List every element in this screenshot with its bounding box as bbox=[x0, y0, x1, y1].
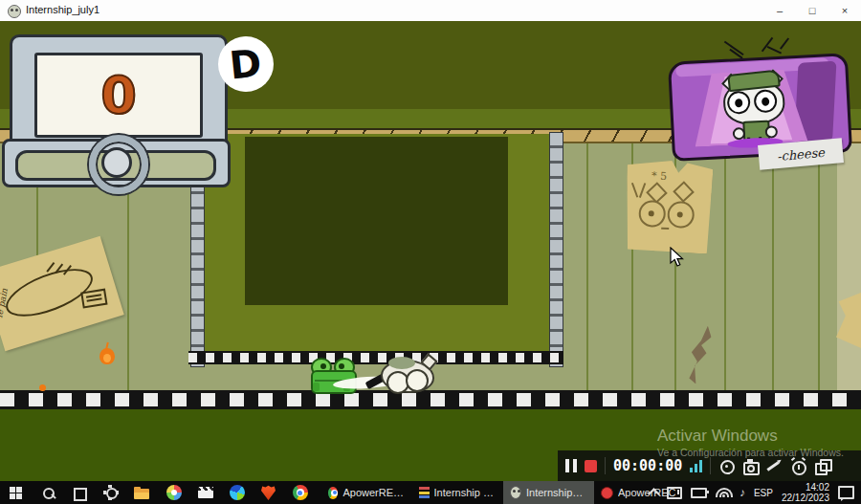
language-indicator[interactable]: ESP bbox=[754, 488, 773, 498]
tv-cat-pupil bbox=[735, 99, 742, 107]
archive-icon bbox=[419, 487, 430, 498]
poster-cat-pupil bbox=[677, 211, 683, 217]
tablet-device-icon[interactable] bbox=[667, 487, 682, 499]
minimize-button[interactable]: – bbox=[763, 0, 796, 21]
search-button[interactable] bbox=[32, 481, 63, 504]
recording-timer: 00:00:00 bbox=[613, 457, 682, 474]
letter-badge: D bbox=[218, 36, 274, 92]
paint-app-button[interactable] bbox=[158, 481, 189, 504]
cheese-note-text: -cheese bbox=[777, 144, 826, 163]
stamp-doodle bbox=[80, 289, 107, 309]
poster-cat-mouth bbox=[661, 228, 669, 230]
score-value: 0 bbox=[100, 65, 137, 125]
taskbar-clock[interactable]: 14:02 22/12/2023 bbox=[782, 482, 829, 503]
frog-arm bbox=[313, 383, 320, 391]
windows-taskbar: ApowerREC O... Internship De... Internsh… bbox=[0, 481, 861, 504]
toolbar-divider bbox=[605, 457, 606, 474]
clapperboard-icon bbox=[198, 487, 213, 498]
frog-pupil bbox=[320, 363, 326, 369]
flame-core bbox=[103, 354, 111, 362]
tv-cat-pupil bbox=[762, 98, 769, 106]
edge-browser-icon bbox=[230, 485, 245, 500]
flame bbox=[99, 348, 115, 364]
wall-seam bbox=[772, 143, 774, 390]
frog-pupil bbox=[339, 363, 344, 369]
stop-button[interactable] bbox=[585, 460, 597, 472]
window-title: Internship_july1 bbox=[26, 4, 99, 15]
file-explorer-button[interactable] bbox=[126, 481, 158, 504]
start-button[interactable] bbox=[0, 481, 32, 504]
wifi-icon[interactable] bbox=[716, 488, 731, 497]
maximize-button[interactable]: □ bbox=[796, 0, 828, 21]
brave-button[interactable] bbox=[253, 481, 284, 504]
clock-time: 14:02 bbox=[782, 482, 829, 493]
wall-seam bbox=[586, 143, 588, 390]
video-editor-button[interactable] bbox=[189, 481, 221, 504]
poster-paw-line bbox=[631, 183, 638, 198]
task-view-button[interactable] bbox=[63, 481, 95, 504]
hidden-icons-chevron-icon[interactable] bbox=[648, 488, 660, 500]
task-apowerrec-web[interactable]: ApowerREC O... bbox=[321, 481, 412, 504]
taskbar-pinned-icons bbox=[0, 481, 316, 504]
folder-icon bbox=[134, 487, 150, 499]
wall-seam bbox=[127, 184, 129, 390]
cat-haunch bbox=[406, 369, 429, 392]
battery-icon[interactable] bbox=[691, 488, 707, 498]
search-icon bbox=[40, 485, 55, 500]
task-internship-de[interactable]: Internship De... bbox=[412, 481, 503, 504]
right-rail bbox=[549, 132, 563, 367]
system-tray: ♪ ESP 14:02 22/12/2023 bbox=[650, 481, 861, 504]
schedule-clock-icon[interactable] bbox=[790, 458, 806, 474]
task-view-icon bbox=[72, 486, 87, 499]
screenshot-camera-icon[interactable] bbox=[742, 458, 759, 474]
brave-browser-icon bbox=[261, 485, 276, 500]
poster-cat-eye bbox=[667, 201, 695, 229]
pause-button[interactable] bbox=[565, 459, 577, 472]
audio-level-meter bbox=[690, 459, 702, 472]
paint-palette-icon bbox=[166, 485, 182, 500]
annotate-pencil-icon[interactable] bbox=[766, 458, 783, 474]
settings-button[interactable] bbox=[95, 481, 126, 504]
task-label: Internship_july1 bbox=[526, 487, 587, 498]
lower-conveyor-strip bbox=[0, 390, 861, 409]
close-button[interactable]: × bbox=[828, 0, 861, 21]
activation-watermark-title: Activar Windows bbox=[657, 427, 778, 446]
chrome-button[interactable] bbox=[284, 481, 316, 504]
overlay-windows-icon[interactable] bbox=[814, 458, 830, 474]
window-titlebar[interactable]: Internship_july1 – □ × bbox=[0, 0, 861, 22]
bread-slash bbox=[46, 262, 55, 273]
mouse-cursor bbox=[670, 247, 684, 268]
poster-paw-line bbox=[639, 183, 646, 198]
poster-cat-pupil bbox=[649, 210, 654, 216]
pit-dark-hole bbox=[245, 137, 508, 305]
game-viewport[interactable]: 0 D -cheese bbox=[0, 21, 861, 481]
windows-logo-icon bbox=[10, 487, 22, 499]
cat-back-patch bbox=[388, 357, 415, 369]
action-center-icon[interactable] bbox=[838, 486, 854, 499]
task-label: Internship De... bbox=[434, 487, 497, 498]
chrome-icon bbox=[293, 485, 308, 500]
record-region-icon[interactable] bbox=[718, 458, 735, 474]
recorder-dot-icon bbox=[601, 487, 613, 499]
white-cat-character bbox=[373, 356, 430, 394]
tray-knob bbox=[101, 147, 132, 178]
task-internship-july1-active[interactable]: Internship_july1 bbox=[503, 481, 594, 504]
scoreboard-screen: 0 bbox=[34, 53, 203, 138]
cat-poster: * 5 bbox=[624, 159, 713, 253]
clock-date: 22/12/2023 bbox=[782, 493, 829, 503]
audio-device-icon[interactable]: ♪ bbox=[740, 487, 745, 498]
taskbar-running-tasks: ApowerREC O... Internship De... Internsh… bbox=[321, 481, 683, 504]
wall-light-strip bbox=[837, 143, 861, 390]
gear-icon bbox=[103, 485, 119, 500]
wall-seam bbox=[724, 143, 726, 390]
spark-dot bbox=[39, 384, 46, 391]
task-label: ApowerREC O... bbox=[342, 487, 406, 498]
activation-watermark-subtitle: Ve a Configuración para activar Windows. bbox=[657, 447, 844, 458]
poster-cat-eye bbox=[638, 200, 666, 228]
badge-letter: D bbox=[228, 40, 264, 87]
toolbar-divider bbox=[710, 457, 711, 474]
poster-cat-ear bbox=[673, 181, 695, 203]
edge-button[interactable] bbox=[221, 481, 253, 504]
game-sprite-icon bbox=[510, 486, 521, 499]
wall-seam bbox=[818, 143, 820, 390]
